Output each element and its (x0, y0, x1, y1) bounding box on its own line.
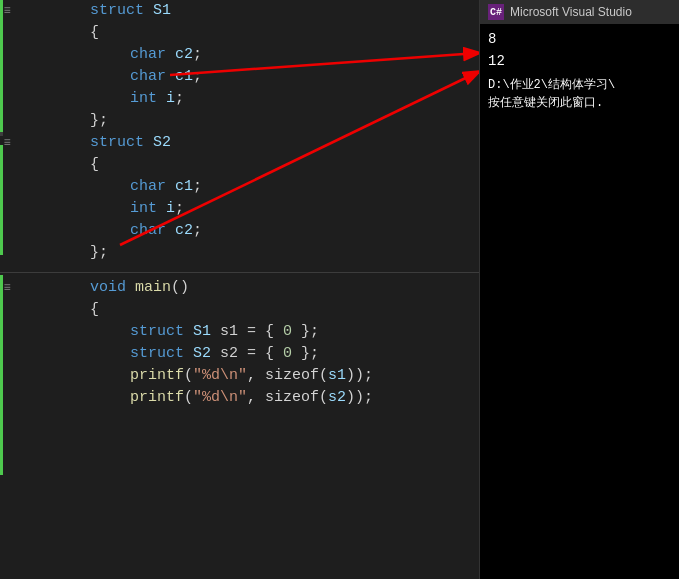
green-indicator-1 (0, 0, 3, 132)
code-line-main-6: printf("%d\n", sizeof(s2)); (0, 387, 479, 409)
console-titlebar: C# Microsoft Visual Studio (480, 0, 679, 24)
main-container: ≡ struct S1 { char c2; char c1; (0, 0, 679, 579)
console-prompt: 按任意键关闭此窗口. (488, 94, 671, 112)
console-icon-label: C# (490, 7, 502, 18)
green-indicator-4 (0, 275, 3, 475)
green-indicator-2 (0, 132, 3, 136)
console-body: 8 12 D:\作业2\结构体学习\ 按任意键关闭此窗口. (480, 24, 679, 579)
line-text-main-6: printf("%d\n", sizeof(s2)); (14, 365, 373, 431)
green-indicator-3 (0, 145, 3, 255)
console-title: Microsoft Visual Studio (510, 5, 632, 19)
console-path: D:\作业2\结构体学习\ (488, 76, 671, 94)
code-editor[interactable]: ≡ struct S1 { char c2; char c1; (0, 0, 480, 579)
console-output-line-1: 8 (488, 28, 671, 50)
console-icon: C# (488, 4, 504, 20)
console-panel: C# Microsoft Visual Studio 8 12 D:\作业2\结… (480, 0, 679, 579)
console-output-line-2: 12 (488, 50, 671, 72)
